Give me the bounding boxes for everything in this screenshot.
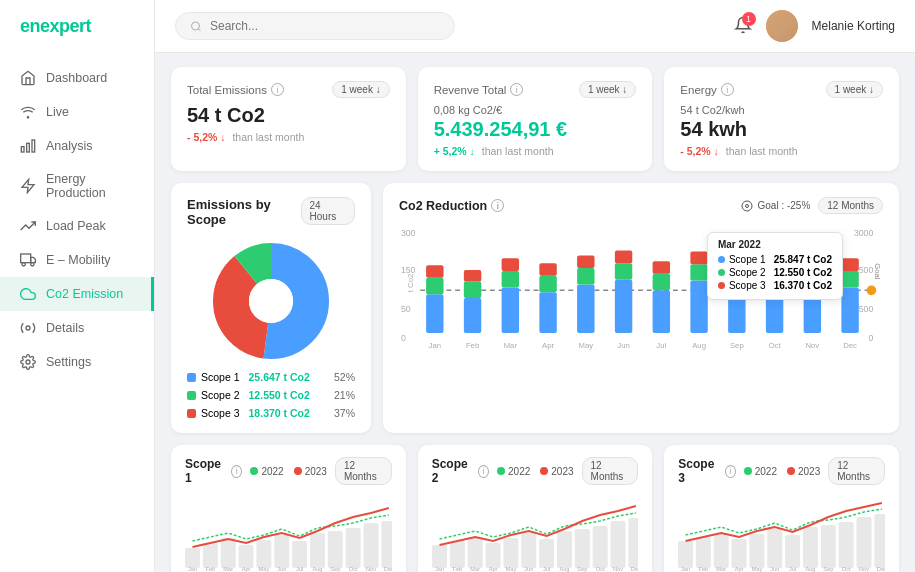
svg-text:Jun: Jun (617, 341, 629, 350)
emissions-by-scope-card: Emissions by Scope 24 Hours (171, 183, 371, 433)
card-change: - 5,2% ↓ than last month (187, 131, 390, 143)
sidebar-item-e-mobility[interactable]: E – Mobility (0, 243, 154, 277)
scope2-legend-2022-dot (497, 467, 505, 475)
sidebar-item-details[interactable]: Details (0, 311, 154, 345)
svg-text:Jan: Jan (429, 341, 441, 350)
info-icon[interactable]: i (478, 465, 489, 478)
info-icon[interactable]: i (231, 465, 242, 478)
svg-point-11 (191, 22, 199, 30)
svg-point-7 (22, 263, 25, 266)
svg-rect-49 (690, 264, 707, 280)
sidebar-item-label: Settings (46, 355, 91, 369)
zap-icon (20, 178, 36, 194)
bar-jan-scope1[interactable] (426, 294, 443, 333)
info-icon[interactable]: i (271, 83, 284, 96)
co2-header: Co2 Reduction i Goal : -25% 12 Months (399, 197, 883, 214)
sidebar: enexpert Dashboard Live Analysis Energy (0, 0, 155, 572)
svg-text:Nov: Nov (366, 566, 376, 572)
svg-marker-4 (22, 179, 34, 192)
svg-rect-71 (203, 543, 218, 568)
scope1-badge[interactable]: 12 Months (335, 457, 392, 485)
svg-text:Jan: Jan (188, 566, 197, 572)
svg-rect-80 (363, 523, 378, 568)
avatar-image (766, 10, 798, 42)
svg-text:Apr: Apr (542, 341, 554, 350)
svg-text:Dec: Dec (843, 341, 857, 350)
svg-text:Nov: Nov (859, 566, 869, 572)
svg-rect-81 (381, 521, 391, 568)
co2-time-badge[interactable]: 12 Months (818, 197, 883, 214)
scope2-badge[interactable]: 12 Months (582, 457, 639, 485)
bar-jan-scope2[interactable] (426, 278, 443, 294)
svg-rect-121 (696, 537, 711, 568)
sidebar-item-settings[interactable]: Settings (0, 345, 154, 379)
svg-text:Sep: Sep (330, 566, 340, 572)
notifications-button[interactable]: 1 (734, 16, 752, 37)
svg-text:Aug: Aug (312, 566, 322, 572)
svg-rect-102 (557, 531, 572, 568)
svg-text:Oct: Oct (842, 566, 851, 572)
info-icon[interactable]: i (491, 199, 504, 212)
sidebar-item-dashboard[interactable]: Dashboard (0, 61, 154, 95)
svg-text:Mar: Mar (223, 566, 233, 572)
notification-badge: 1 (742, 12, 756, 26)
svg-rect-95 (432, 545, 447, 568)
sidebar-item-load-peak[interactable]: Load Peak (0, 209, 154, 243)
svg-rect-99 (503, 538, 518, 568)
svg-text:3000: 3000 (854, 228, 874, 238)
time-badge[interactable]: 1 week ↓ (332, 81, 389, 98)
search-input[interactable] (210, 19, 440, 33)
scope2-card: Scope 2 i 2022 2023 12 Months (418, 445, 653, 572)
tooltip-scope1-dot (718, 256, 725, 263)
sidebar-item-energy-production[interactable]: Energy Production (0, 163, 154, 209)
svg-rect-5 (21, 254, 31, 263)
svg-rect-66 (841, 258, 858, 271)
emissions-time-badge[interactable]: 24 Hours (301, 197, 355, 225)
tooltip-scope3-dot (718, 282, 725, 289)
svg-rect-46 (653, 261, 670, 274)
sidebar-item-label: Details (46, 321, 84, 335)
total-emissions-card: Total Emissions i 1 week ↓ 54 t Co2 - 5,… (171, 67, 406, 171)
search-icon (190, 20, 202, 33)
sidebar-item-live[interactable]: Live (0, 95, 154, 129)
svg-rect-64 (841, 287, 858, 332)
sidebar-item-analysis[interactable]: Analysis (0, 129, 154, 163)
info-icon[interactable]: i (721, 83, 734, 96)
svg-text:Sep: Sep (730, 341, 744, 350)
scope3-badge[interactable]: 12 Months (828, 457, 885, 485)
sidebar-nav: Dashboard Live Analysis Energy Productio… (0, 53, 154, 572)
pie-chart-container (187, 241, 355, 361)
svg-text:Dec: Dec (631, 566, 639, 572)
time-badge[interactable]: 1 week ↓ (826, 81, 883, 98)
info-icon[interactable]: i (725, 465, 736, 478)
svg-text:300: 300 (401, 228, 416, 238)
search-box[interactable] (175, 12, 455, 40)
sidebar-item-co2-emission[interactable]: Co2 Emission (0, 277, 154, 311)
bar-jan-scope3[interactable] (426, 265, 443, 278)
svg-text:Apr: Apr (488, 566, 497, 572)
time-badge[interactable]: 1 week ↓ (579, 81, 636, 98)
car-icon (20, 252, 36, 268)
sidebar-item-label: Live (46, 105, 69, 119)
svg-rect-65 (841, 271, 858, 287)
revenue-total-card: Revenve Total i 1 week ↓ 0,08 kg Co2/€ 5… (418, 67, 653, 171)
svg-text:Feb: Feb (466, 341, 479, 350)
co2-title: Co2 Reduction i (399, 199, 504, 213)
logo-highlight: expert (40, 16, 91, 36)
svg-rect-127 (803, 527, 818, 568)
svg-rect-106 (628, 518, 638, 568)
sidebar-item-label: Load Peak (46, 219, 106, 233)
svg-point-9 (26, 326, 30, 330)
svg-rect-104 (592, 526, 607, 568)
svg-point-0 (27, 117, 28, 118)
svg-rect-42 (615, 251, 632, 264)
info-icon[interactable]: i (510, 83, 523, 96)
settings-icon (20, 354, 36, 370)
svg-text:May: May (259, 566, 270, 572)
bar-chart-icon (20, 138, 36, 154)
svg-rect-24 (464, 298, 481, 333)
legend-item-scope3: Scope 3 18.370 t Co2 37% (187, 407, 355, 419)
svg-rect-125 (768, 529, 783, 568)
goal-marker (867, 285, 877, 295)
scope2-legend: 2022 2023 (497, 466, 574, 477)
